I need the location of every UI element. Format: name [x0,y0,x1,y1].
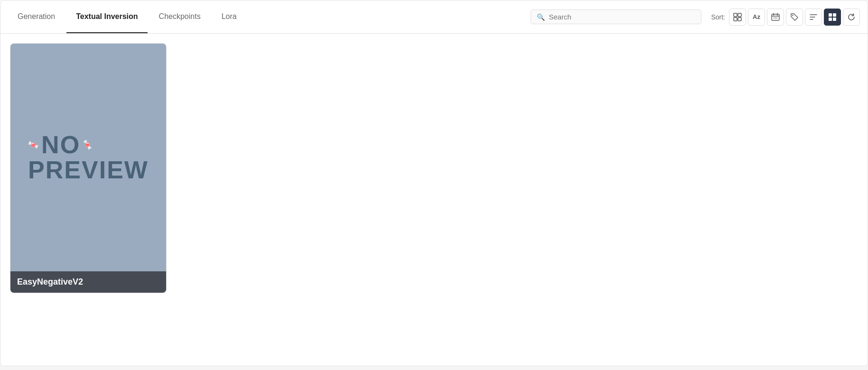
sort-tag-icon [790,13,799,21]
no-preview-line1: 🍬 NO 🍬 [28,131,149,158]
sort-area: Sort: Az [711,9,860,26]
sort-date-created-button[interactable] [767,9,784,26]
card-footer: EasyNegativeV2 [10,271,166,293]
svg-point-10 [776,18,777,18]
card-image-no-preview: 🍬 NO 🍬 PREVIEW [10,44,166,271]
model-card-easy-negative-v2[interactable]: 🍬 NO 🍬 PREVIEW EasyNegativeV2 [10,43,167,293]
svg-rect-3 [738,18,741,21]
svg-point-8 [774,18,775,18]
svg-rect-17 [829,18,832,21]
svg-rect-16 [833,13,836,17]
svg-rect-2 [734,18,737,21]
cards-grid: 🍬 NO 🍬 PREVIEW EasyNegativeV2 [10,43,858,293]
tab-textual-inversion[interactable]: Textual Inversion [66,0,147,33]
svg-rect-1 [738,13,741,17]
sort-label: Sort: [711,13,725,21]
sort-image-icon [733,13,742,21]
no-preview-line2: PREVIEW [28,157,149,184]
svg-point-11 [792,15,793,16]
search-container: 🔍 [531,9,701,24]
svg-rect-18 [833,18,836,21]
sort-tag-button[interactable] [786,9,803,26]
sort-by-image-button[interactable] [729,9,746,26]
sort-size-icon [809,13,818,21]
tab-checkpoints[interactable]: Checkpoints [149,0,210,33]
search-input[interactable] [549,13,695,21]
svg-rect-0 [734,13,737,17]
tab-lora[interactable]: Lora [212,0,246,33]
card-title: EasyNegativeV2 [17,277,83,287]
svg-rect-4 [772,14,779,20]
refresh-icon [847,13,856,21]
tab-bar: Generation Textual Inversion Checkpoints… [0,0,868,34]
sort-alpha-button[interactable]: Az [748,9,765,26]
sort-alpha-icon: Az [753,13,760,20]
search-icon: 🔍 [537,13,545,21]
refresh-button[interactable] [843,9,860,26]
view-grid-button[interactable] [824,9,841,26]
content-area: 🍬 NO 🍬 PREVIEW EasyNegativeV2 [0,34,868,366]
tab-generation[interactable]: Generation [8,0,65,33]
sort-date-icon [771,13,780,21]
main-container: Generation Textual Inversion Checkpoints… [0,0,868,366]
view-grid-icon [828,13,837,21]
svg-rect-15 [829,13,832,17]
svg-point-9 [775,18,776,18]
no-preview-placeholder: 🍬 NO 🍬 PREVIEW [28,131,149,184]
sort-size-button[interactable] [805,9,822,26]
